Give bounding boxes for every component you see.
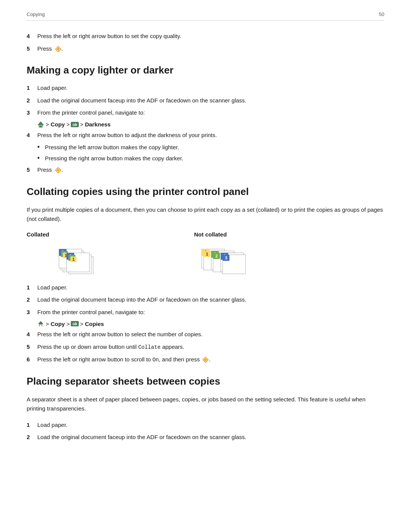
bullet-item-2: • Pressing the right arrow button makes … [37,154,384,163]
step-1: 1 Load paper. [27,84,384,93]
step-1: 1 Load paper. [27,283,384,292]
step-text: Load the original document faceup into t… [37,433,384,442]
section-description: A separator sheet is a sheet of paper pl… [27,395,384,413]
collated-image: 3 2 1 3 2 [42,242,103,275]
step-number: 6 [27,355,37,364]
step-text: Press the left or right arrow button to … [37,355,384,364]
step-text: Load paper. [37,421,384,430]
step-text: Press . [37,166,384,174]
section-collating: Collating copies using the printer contr… [27,186,384,364]
step-3: 3 From the printer control panel, naviga… [27,109,384,117]
home-icon [37,320,44,327]
step-number: 2 [27,96,37,105]
not-collated-label: Not collated [194,231,227,238]
step-text: Press . [37,45,384,53]
step-3: 3 From the printer control panel, naviga… [27,308,384,317]
section1-bullets: • Pressing the left arrow button makes t… [37,143,384,163]
svg-text:1: 1 [206,252,208,256]
step-6: 6 Press the left or right arrow button t… [27,355,384,364]
bullet-text: Pressing the left arrow button makes the… [45,143,179,152]
home-icon [37,121,44,128]
bullet-text: Pressing the right arrow button makes th… [45,154,183,163]
nav-copy: > Copy > [46,321,70,327]
step-2: 2 Load the original document faceup into… [27,296,384,304]
step-number: 3 [27,109,37,117]
step-number: 4 [27,32,37,41]
step-number: 5 [27,343,37,351]
page: Copying 50 4 Press the left or right arr… [0,0,411,532]
header-page-number: 50 [379,11,384,17]
section1-step4: 4 Press the left or right arrow button t… [27,131,384,140]
nav-copies: > Copies [80,321,104,327]
step-4: 4 Press the left or right arrow button t… [27,330,384,339]
ok-button-icon: ok [71,321,79,326]
step-text: Load the original document faceup into t… [37,296,384,304]
step-text: Load paper. [37,283,384,292]
nav-path: > Copy > ok > Darkness [37,121,384,128]
step-2: 2 Load the original document faceup into… [27,96,384,105]
bullet-item-1: • Pressing the left arrow button makes t… [37,143,384,152]
header-section-label: Copying [27,11,45,17]
intro-steps: 4 Press the left or right arrow button t… [27,32,384,53]
nav-darkness: > Darkness [80,121,110,128]
section-description: If you print multiple copies of a docume… [27,205,384,224]
intro-step-5: 5 Press . [27,45,384,53]
step-1: 1 Load paper. [27,421,384,430]
step-number: 2 [27,433,37,442]
step-number: 4 [27,131,37,140]
section2-steps-456: 4 Press the left or right arrow button t… [27,330,384,364]
section-title: Collating copies using the printer contr… [27,186,384,198]
step-number: 3 [27,308,37,317]
section2-steps: 1 Load paper. 2 Load the original docume… [27,283,384,317]
mono-collate: Collate [138,344,161,350]
nav-copy: > Copy > [46,121,70,128]
nav-path-copies: > Copy > ok > Copies [37,320,384,327]
svg-text:2: 2 [215,254,218,258]
section-title: Placing separator sheets between copies [27,375,384,387]
step-4: 4 Press the left or right arrow button t… [27,131,384,140]
intro-step-4: 4 Press the left or right arrow button t… [27,32,384,41]
section1-steps: 1 Load paper. 2 Load the original docume… [27,84,384,117]
section-separator: Placing separator sheets between copies … [27,375,384,442]
step-text: Press the left or right arrow button to … [37,32,384,41]
svg-rect-44 [40,324,42,326]
collated-label: Collated [27,231,49,238]
not-collated-col: Not collated 1 1 [194,231,362,276]
step-text: From the printer control panel, navigate… [37,109,384,117]
start-icon [202,356,209,363]
page-header: Copying 50 [27,11,384,21]
step-text: Load paper. [37,84,384,93]
not-collated-image: 1 1 2 2 [194,242,255,275]
step-text: Load the original document faceup into t… [37,96,384,105]
step-number: 4 [27,330,37,339]
step-number: 5 [27,166,37,174]
step-5: 5 Press the up or down arrow button unti… [27,343,384,351]
section-lighter-darker: Making a copy lighter or darker 1 Load p… [27,64,384,174]
start-icon [55,46,62,53]
step-5: 5 Press . [27,166,384,174]
collated-col: Collated 3 2 1 [27,231,194,276]
step-text: Press the left or right arrow button to … [37,131,384,140]
step-number: 1 [27,283,37,292]
step-number: 2 [27,296,37,304]
step-number: 1 [27,84,37,93]
section-title: Making a copy lighter or darker [27,64,384,76]
ok-button-icon: ok [71,122,79,127]
step-2: 2 Load the original document faceup into… [27,433,384,442]
start-icon [55,167,62,174]
svg-text:1: 1 [72,257,75,262]
bullet-icon: • [37,143,45,152]
mono-on: On [153,357,159,363]
step-number: 5 [27,45,37,53]
section3-steps: 1 Load paper. 2 Load the original docume… [27,421,384,442]
svg-rect-3 [40,125,42,127]
step-text: Press the left or right arrow button to … [37,330,384,339]
step-number: 1 [27,421,37,430]
step-text: From the printer control panel, navigate… [37,308,384,317]
svg-marker-4 [38,122,43,125]
collate-images-row: Collated 3 2 1 [27,231,384,276]
bullet-icon: • [37,154,45,163]
section1-step5: 5 Press . [27,166,384,174]
svg-text:3: 3 [225,256,227,260]
step-text: Press the up or down arrow button until … [37,343,384,351]
